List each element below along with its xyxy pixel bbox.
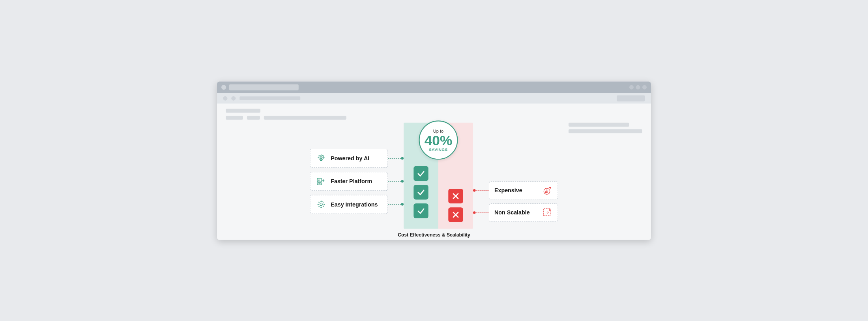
svg-text:?: ? (546, 210, 549, 214)
check-box (413, 185, 428, 199)
content-area: AI Powered by AI (217, 103, 651, 240)
check-powered-by-ai (413, 166, 428, 180)
bottom-label: Cost Effectiveness & Scalability (226, 232, 642, 240)
integrations-icon (316, 199, 327, 210)
toolbar-url-bar[interactable] (239, 96, 300, 100)
feature-card-powered-by-ai: AI Powered by AI (310, 148, 388, 167)
dashed-line (388, 158, 401, 159)
x-box (448, 188, 463, 203)
placeholder-bar (264, 116, 346, 120)
connector-dot (401, 180, 404, 182)
placeholder-bar (226, 116, 243, 120)
savings-badge: Up to 40% SAVINGS (419, 120, 458, 160)
dashed-line (388, 204, 401, 205)
speed-icon (316, 175, 327, 187)
drawback-row-expensive: Expensive (473, 181, 558, 199)
ai-brain-icon: AI (316, 152, 327, 164)
connector-faster-platform (388, 180, 404, 182)
drawback-label-expensive: Expensive (494, 187, 538, 193)
ctrl-dot-3 (642, 85, 647, 89)
scale-icon: ? (542, 207, 552, 218)
feature-row-faster-platform: Faster Platform (310, 172, 404, 191)
feature-card-easy-integrations: Easy Integrations (310, 195, 388, 214)
browser-titlebar (217, 81, 651, 93)
dashed-line (388, 181, 401, 182)
placeholder-bar (247, 116, 260, 120)
connector-dot (401, 157, 404, 160)
connector-easy-integrations (388, 203, 404, 206)
toolbar-nav-fwd[interactable] (231, 96, 236, 100)
money-icon (542, 185, 552, 195)
drawback-card-expensive: Expensive (489, 181, 558, 199)
right-dashed-line (476, 212, 489, 213)
toolbar-search[interactable] (617, 95, 645, 101)
browser-window: AI Powered by AI (217, 81, 651, 240)
placeholder-bar (226, 109, 260, 113)
connector-dot (401, 203, 404, 206)
right-dashed-line (476, 190, 489, 191)
feature-row-powered-by-ai: AI Powered by AI (310, 148, 404, 167)
svg-text:AI: AI (320, 157, 322, 158)
check-box (413, 203, 428, 218)
toolbar-nav-back[interactable] (223, 96, 227, 100)
drawback-row-non-scalable: Non Scalable ? (473, 203, 558, 222)
left-features: AI Powered by AI (310, 148, 404, 214)
placeholder-row-2 (226, 116, 642, 120)
feature-card-faster-platform: Faster Platform (310, 172, 388, 191)
drawback-label-non-scalable: Non Scalable (494, 209, 538, 216)
feature-label-easy-integrations: Easy Integrations (331, 201, 378, 208)
x-non-scalable (448, 207, 463, 222)
connector-powered-by-ai (388, 157, 404, 160)
drawback-card-non-scalable: Non Scalable ? (489, 203, 558, 222)
x-box (448, 207, 463, 222)
svg-point-11 (318, 204, 319, 205)
center-section: Up to 40% SAVINGS (404, 122, 473, 228)
ctrl-dot-1 (629, 85, 634, 89)
check-faster-platform (413, 185, 428, 199)
placeholder-row-1 (226, 109, 642, 113)
feature-row-easy-integrations: Easy Integrations (310, 195, 404, 214)
savings-percent: 40% (425, 133, 452, 147)
check-easy-integrations (413, 203, 428, 218)
feature-label-powered-by-ai: Powered by AI (331, 155, 369, 161)
window-controls (629, 85, 647, 89)
window-circle (221, 85, 226, 90)
feature-label-faster-platform: Faster Platform (331, 178, 372, 184)
x-expensive (448, 188, 463, 203)
savings-text: SAVINGS (429, 147, 448, 152)
browser-toolbar (217, 93, 651, 103)
comparison-section: AI Powered by AI (226, 122, 642, 228)
svg-point-5 (319, 183, 320, 184)
check-box (413, 166, 428, 180)
right-connector-non-scalable (473, 211, 489, 214)
svg-point-6 (320, 203, 323, 206)
address-bar[interactable] (229, 84, 299, 90)
right-drawbacks: Expensive (473, 181, 558, 222)
ctrl-dot-2 (636, 85, 640, 89)
right-connector-expensive (473, 189, 489, 192)
